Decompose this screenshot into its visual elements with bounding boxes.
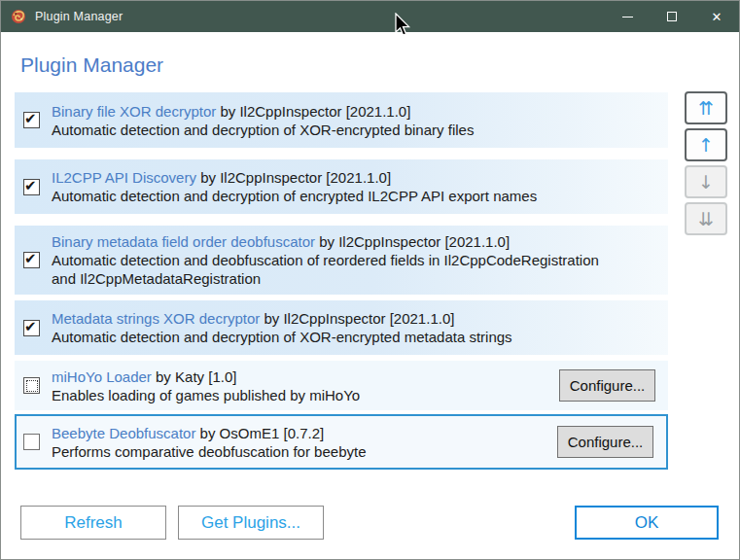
app-icon xyxy=(10,8,27,25)
plugin-info: Beebyte Deobfuscator by OsOmE1 [0.7.2] P… xyxy=(52,424,557,461)
plugin-checkbox[interactable] xyxy=(23,179,40,195)
close-icon: ✕ xyxy=(712,11,722,23)
plugin-description: Automatic detection and decryption of XO… xyxy=(52,328,616,346)
close-button[interactable]: ✕ xyxy=(694,1,739,32)
plugin-description: Enables loading of games published by mi… xyxy=(52,386,559,404)
move-to-bottom-button[interactable]: ⇊ xyxy=(685,202,727,235)
plugin-row-beebyte-deobfuscator[interactable]: Beebyte Deobfuscator by OsOmE1 [0.7.2] P… xyxy=(15,414,668,470)
plugin-name-link[interactable]: Binary metadata field order deobfuscator xyxy=(52,233,315,250)
plugin-description: Automatic detection and decryption of en… xyxy=(52,187,616,205)
window-title: Plugin Manager xyxy=(35,10,123,23)
plugin-byline: by Katy [1.0] xyxy=(156,368,236,385)
double-down-arrow-icon: ⇊ xyxy=(698,210,714,228)
get-plugins-button[interactable]: Get Plugins... xyxy=(178,506,324,540)
up-arrow-icon: ↑ xyxy=(698,136,714,155)
titlebar[interactable]: Plugin Manager ✕ xyxy=(1,1,739,32)
plugin-name-link[interactable]: miHoYo Loader xyxy=(52,368,152,385)
move-to-top-button[interactable]: ⇈ xyxy=(685,91,727,124)
plugin-info: IL2CPP API Discovery by Il2CppInspector … xyxy=(52,168,668,205)
plugin-row-il2cpp-api-discovery[interactable]: IL2CPP API Discovery by Il2CppInspector … xyxy=(15,159,668,214)
plugin-description: Automatic detection and deobfuscation of… xyxy=(52,251,616,288)
caption-buttons: ✕ xyxy=(605,1,739,32)
plugin-name-link[interactable]: Metadata strings XOR decryptor xyxy=(52,310,260,327)
plugin-row-mihoyo-loader[interactable]: miHoYo Loader by Katy [1.0] Enables load… xyxy=(15,361,668,410)
minimize-button[interactable] xyxy=(605,1,650,32)
maximize-icon xyxy=(667,12,677,21)
plugin-byline: by Il2CppInspector [2021.1.0] xyxy=(200,169,391,186)
plugin-info: Binary metadata field order deobfuscator… xyxy=(52,232,668,288)
plugin-manager-window: Plugin Manager ✕ Plugin Manager Binary f… xyxy=(0,0,740,560)
move-down-button[interactable]: ↓ xyxy=(685,165,727,198)
configure-button[interactable]: Configure... xyxy=(559,369,655,402)
double-up-arrow-icon: ⇈ xyxy=(698,99,714,118)
minimize-icon xyxy=(622,17,633,18)
plugin-name-link[interactable]: Beebyte Deobfuscator xyxy=(52,425,195,441)
plugin-description: Performs comparative deobfuscation for b… xyxy=(52,442,557,461)
plugin-info: miHoYo Loader by Katy [1.0] Enables load… xyxy=(52,368,559,404)
plugin-checkbox[interactable] xyxy=(23,320,40,336)
plugin-description: Automatic detection and decryption of XO… xyxy=(52,121,616,139)
plugin-name-link[interactable]: Binary file XOR decryptor xyxy=(52,103,216,120)
ok-button[interactable]: OK xyxy=(575,506,719,540)
page-title: Plugin Manager xyxy=(20,53,163,77)
configure-button[interactable]: Configure... xyxy=(557,426,653,458)
plugin-name-link[interactable]: IL2CPP API Discovery xyxy=(52,169,196,186)
plugin-checkbox[interactable] xyxy=(23,112,40,128)
move-up-button[interactable]: ↑ xyxy=(685,128,727,161)
plugin-info: Metadata strings XOR decryptor by Il2Cpp… xyxy=(52,309,668,346)
plugin-checkbox[interactable] xyxy=(23,252,40,268)
plugin-byline: by Il2CppInspector [2021.1.0] xyxy=(264,310,454,327)
plugin-checkbox[interactable] xyxy=(23,434,40,450)
maximize-button[interactable] xyxy=(650,1,694,32)
plugin-checkbox[interactable] xyxy=(23,377,40,394)
refresh-button[interactable]: Refresh xyxy=(20,506,166,540)
plugin-info: Binary file XOR decryptor by Il2CppInspe… xyxy=(52,102,668,139)
down-arrow-icon: ↓ xyxy=(698,173,714,192)
plugin-byline: by Il2CppInspector [2021.1.0] xyxy=(319,233,510,250)
plugin-row-metadata-strings-xor-decryptor[interactable]: Metadata strings XOR decryptor by Il2Cpp… xyxy=(15,300,668,355)
plugin-byline: by OsOmE1 [0.7.2] xyxy=(200,425,325,441)
plugin-byline: by Il2CppInspector [2021.1.0] xyxy=(220,103,410,120)
plugin-row-binary-metadata-field-order-deobfuscator[interactable]: Binary metadata field order deobfuscator… xyxy=(15,226,668,295)
plugin-row-binary-file-xor-decryptor[interactable]: Binary file XOR decryptor by Il2CppInspe… xyxy=(15,92,668,148)
